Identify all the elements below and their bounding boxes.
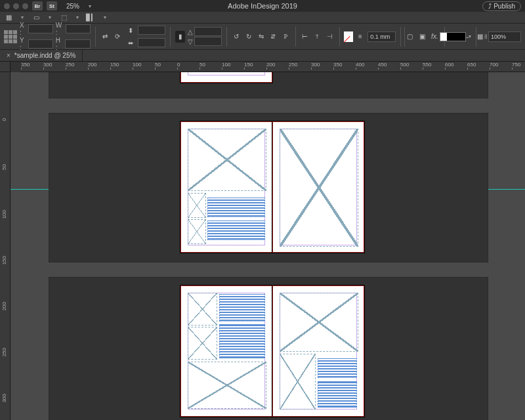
scale-x-field[interactable] (194, 27, 222, 36)
rotate-cw-icon[interactable]: ↻ (244, 31, 254, 43)
flip-horizontal-icon[interactable]: ⇋ (256, 31, 266, 43)
screen-mode-icon[interactable]: ⬚ (59, 13, 68, 22)
image-frame[interactable] (188, 293, 217, 326)
app-title: Adobe InDesign 2019 (228, 2, 297, 10)
shear-field[interactable] (138, 38, 165, 47)
workspace-switcher-icon[interactable]: ▊▎ (87, 13, 96, 22)
cloud-upload-icon: ⤴ (488, 3, 492, 10)
h-label: H : (56, 37, 64, 51)
h-field[interactable] (65, 39, 91, 49)
text-wrap-none-icon[interactable]: ▢ (406, 31, 415, 43)
x-field[interactable] (28, 24, 53, 33)
horizontal-ruler[interactable]: 3503002502001501005005010015020025030035… (21, 62, 525, 72)
image-frame[interactable] (188, 193, 206, 218)
paragraph-icon[interactable]: P (281, 31, 291, 43)
opacity-field[interactable]: 100% (488, 32, 521, 42)
spread-1 (49, 72, 488, 98)
text-frame[interactable] (318, 358, 357, 378)
ruler-h-tick: 100 (133, 62, 141, 68)
image-frame[interactable] (280, 129, 358, 247)
spread-3 (49, 277, 488, 420)
rotate-ccw-icon[interactable]: ↺ (232, 31, 242, 43)
view-options-icon[interactable]: ▦ (4, 13, 13, 22)
close-tab-icon[interactable]: × (7, 52, 10, 59)
rotate-icon[interactable]: ⟳ (113, 31, 123, 43)
opacity-icon: ▦ (474, 31, 486, 43)
publish-button[interactable]: ⤴ Publish (482, 1, 521, 11)
text-frame[interactable] (219, 294, 265, 322)
ruler-v-tick: 50 (1, 164, 7, 170)
image-frame[interactable] (280, 354, 316, 410)
stroke-style-swatch[interactable] (440, 32, 466, 41)
ruler-v-tick: 250 (1, 348, 7, 356)
ruler-h-tick: 550 (423, 62, 431, 68)
ruler-h-tick: 50 (200, 62, 205, 68)
arrange-icon[interactable]: ▭ (32, 13, 41, 22)
ruler-h-tick: 150 (110, 62, 119, 68)
chevron-down-icon[interactable]: ▾ (89, 3, 91, 9)
stroke-weight-field[interactable]: 0.1 mm (368, 32, 395, 42)
page-2-left[interactable] (180, 121, 272, 253)
x-label: X : (20, 22, 27, 36)
flip-h-icon[interactable]: ▮ (175, 31, 185, 43)
ruler-h-tick: 300 (43, 62, 52, 68)
ruler-v-tick: 0 (1, 118, 7, 121)
shear-y-icon: ⬌ (125, 37, 136, 49)
page-2-right[interactable] (272, 121, 364, 253)
bridge-button[interactable]: Br (32, 1, 43, 10)
document-tab[interactable]: × *sample.indd @ 25% (0, 50, 83, 61)
text-frame[interactable] (207, 220, 265, 240)
effects-icon[interactable]: fx. (430, 31, 440, 43)
page-3-left[interactable] (180, 285, 272, 417)
ruler-v-tick: 100 (1, 210, 7, 219)
zoom-level[interactable]: 25% (61, 3, 85, 10)
align-right-icon[interactable]: ⊣ (325, 31, 335, 43)
y-field[interactable] (28, 39, 53, 49)
ruler-h-tick: 750 (512, 62, 520, 68)
ruler-h-tick: 600 (445, 62, 453, 68)
flip-vertical-icon[interactable]: ⇵ (268, 31, 278, 43)
page-3-right[interactable] (272, 285, 364, 417)
ruler-h-tick: 200 (266, 62, 275, 68)
image-frame[interactable] (188, 362, 266, 409)
image-frame[interactable] (280, 293, 358, 352)
spread-2 (49, 113, 488, 262)
ruler-h-tick: 200 (88, 62, 96, 68)
ruler-h-tick: 150 (244, 62, 253, 68)
ruler-h-tick: 250 (66, 62, 74, 68)
ruler-v-tick: 150 (1, 256, 7, 264)
w-field[interactable] (66, 24, 91, 33)
text-wrap-bound-icon[interactable]: ▣ (417, 31, 427, 43)
ruler-h-tick: 450 (378, 62, 387, 68)
ruler-h-tick: 250 (289, 62, 297, 68)
vertical-ruler[interactable]: 050100150200250300 (0, 72, 10, 420)
ruler-v-tick: 300 (1, 394, 7, 402)
ruler-h-tick: 350 (333, 62, 342, 68)
rotation-field[interactable] (138, 26, 165, 35)
text-frame[interactable] (219, 324, 265, 358)
ruler-h-tick: 100 (222, 62, 230, 68)
page-1-right[interactable] (180, 72, 272, 83)
scale-y-field[interactable] (194, 37, 222, 46)
align-center-icon[interactable]: ⫯ (312, 31, 322, 43)
y-label: Y : (20, 37, 27, 51)
stock-button[interactable]: St (47, 1, 57, 10)
fill-swatch-none[interactable] (344, 32, 352, 42)
window-traffic-lights[interactable] (4, 3, 28, 9)
image-frame[interactable] (188, 129, 266, 191)
pasteboard[interactable] (10, 72, 525, 420)
align-left-icon[interactable]: ⊢ (300, 31, 310, 43)
reference-point-grid[interactable] (4, 30, 17, 43)
triangle-down-icon: ▽ (188, 38, 193, 45)
ruler-origin[interactable] (0, 62, 10, 72)
image-frame[interactable] (188, 219, 206, 244)
ruler-h-tick: 50 (155, 62, 161, 68)
page-margin (188, 72, 265, 75)
ruler-v-tick: 200 (1, 302, 7, 310)
image-frame[interactable] (188, 327, 217, 360)
text-frame[interactable] (318, 381, 357, 408)
ruler-h-tick: 500 (400, 62, 409, 68)
scale-lock-icon[interactable]: ⇄ (100, 31, 110, 43)
text-frame[interactable] (207, 198, 265, 217)
shear-x-icon: ⬍ (125, 24, 136, 36)
